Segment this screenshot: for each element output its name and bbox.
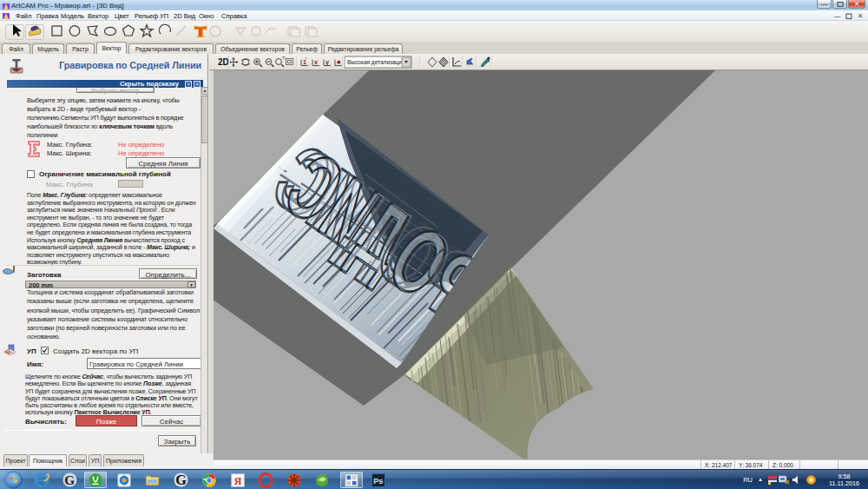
svg-text:Ps: Ps [373,477,383,486]
svg-text:?: ? [282,56,286,61]
svg-text:.: . [317,56,319,62]
svg-text:G: G [64,472,75,487]
svg-text:!: ! [306,56,307,62]
svg-text:G: G [175,472,187,487]
svg-text:Я: Я [234,474,242,486]
svg-text:.: . [339,56,341,62]
svg-text:.: . [328,56,330,62]
svg-text:Высокая детализация: Высокая детализация [347,59,405,66]
svg-text:2D: 2D [218,57,229,67]
